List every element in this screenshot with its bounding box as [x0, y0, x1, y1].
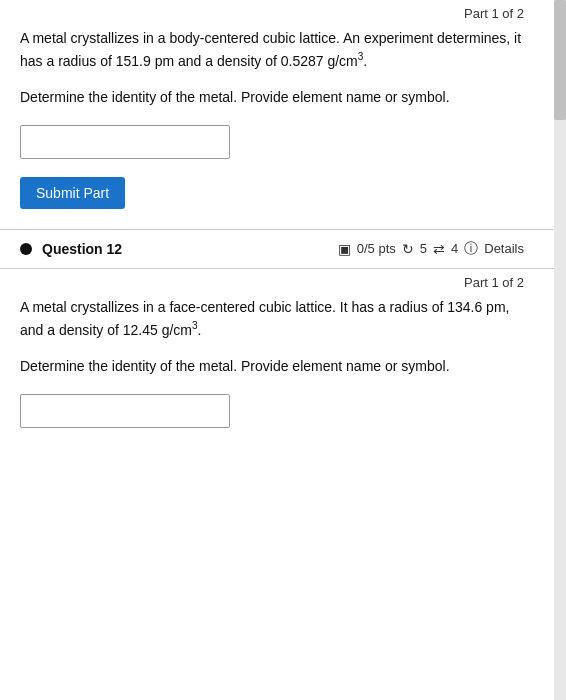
q12-problem-text: A metal crystallizes in a face-centered …: [20, 296, 524, 341]
q12-header: Question 12 ▣ 0/5 pts ↻ 5 ⇄ 4 ⓘ Details: [20, 230, 524, 268]
q12-score: 0/5 pts: [357, 241, 396, 256]
q12-meta: ▣ 0/5 pts ↻ 5 ⇄ 4 ⓘ Details: [338, 240, 524, 258]
q12-number-label: Question 12: [42, 241, 122, 257]
q11-prompt: Determine the identity of the metal. Pro…: [20, 86, 524, 108]
q12-part-label: Part 1 of 2: [20, 269, 524, 296]
q12-prompt: Determine the identity of the metal. Pro…: [20, 355, 524, 377]
q12-status-dot: [20, 243, 32, 255]
q12-retries: 5: [420, 241, 427, 256]
score-icon: ▣: [338, 241, 351, 257]
q12-attempts: 4: [451, 241, 458, 256]
q11-part-label: Part 1 of 2: [20, 0, 524, 27]
info-icon: ⓘ: [464, 240, 478, 258]
retry-icon: ↻: [402, 241, 414, 257]
q11-answer-input[interactable]: [20, 125, 230, 159]
q12-answer-input[interactable]: [20, 394, 230, 428]
q11-submit-button[interactable]: Submit Part: [20, 177, 125, 209]
q11-problem-text: A metal crystallizes in a body-centered …: [20, 27, 524, 72]
attempts-icon: ⇄: [433, 241, 445, 257]
q12-details-link[interactable]: Details: [484, 241, 524, 256]
